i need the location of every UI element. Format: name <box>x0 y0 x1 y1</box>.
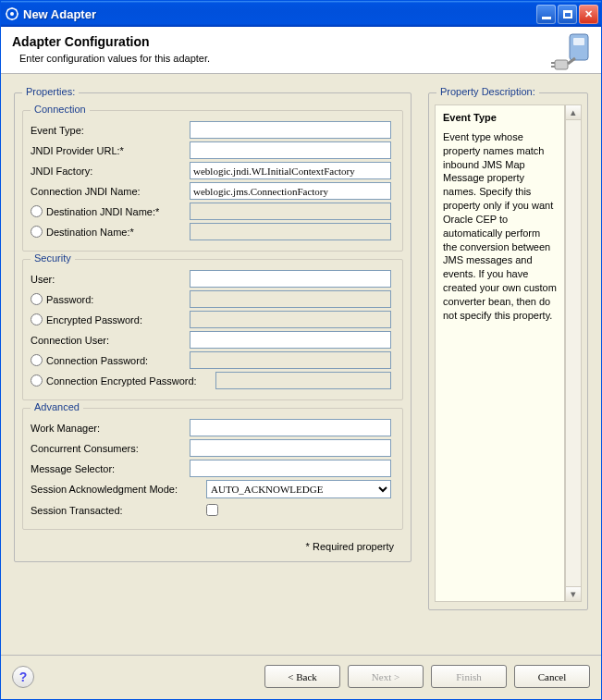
close-button[interactable] <box>579 5 598 24</box>
new-adapter-window: New Adapter Adapter Configuration Enter … <box>0 0 602 700</box>
page-subtitle: Enter configuration values for this adap… <box>19 53 590 64</box>
event-type-label: Event Type: <box>31 125 190 136</box>
session-transacted-checkbox[interactable] <box>206 504 218 516</box>
message-selector-input[interactable] <box>190 460 391 477</box>
security-legend: Security <box>31 252 75 264</box>
connection-password-input <box>190 351 391 369</box>
encrypted-password-input <box>190 311 391 328</box>
session-ack-mode-label: Session Acknowledgment Mode: <box>31 484 206 495</box>
property-description-group: Property Description: Event Type Event t… <box>428 92 588 610</box>
work-manager-input[interactable] <box>190 419 391 436</box>
finish-button: Finish <box>431 665 507 688</box>
titlebar: New Adapter <box>1 1 601 27</box>
scroll-track[interactable] <box>566 120 581 586</box>
scroll-up-icon[interactable]: ▴ <box>566 105 581 120</box>
svg-rect-6 <box>551 62 555 64</box>
password-radio[interactable] <box>31 293 43 305</box>
next-button: Next > <box>348 665 424 688</box>
svg-rect-7 <box>551 66 555 68</box>
wizard-footer: ? < Back Next > Finish Cancel <box>1 655 601 699</box>
encrypted-password-radio[interactable] <box>31 313 43 325</box>
properties-group: Properties: Connection Event Type: JNDI … <box>14 92 412 562</box>
page-title: Adapter Configuration <box>12 34 590 49</box>
adapter-icon <box>549 32 594 77</box>
concurrent-consumers-input[interactable] <box>190 439 391 457</box>
connection-user-label: Connection User: <box>31 335 190 346</box>
connection-encrypted-password-input <box>215 372 391 389</box>
property-description-panel: Event Type Event type whose property nam… <box>435 104 565 602</box>
connection-group: Connection Event Type: JNDI Provider URL… <box>22 110 403 252</box>
minimize-button[interactable] <box>536 5 556 24</box>
connection-legend: Connection <box>31 104 90 115</box>
destination-jndi-name-radio[interactable] <box>31 205 43 217</box>
back-button[interactable]: < Back <box>264 665 340 688</box>
connection-password-label: Connection Password: <box>46 355 148 366</box>
properties-legend: Properties: <box>22 86 79 97</box>
property-description-title: Event Type <box>443 111 557 125</box>
required-note: * Required property <box>22 535 403 554</box>
encrypted-password-label: Encrypted Password: <box>46 314 142 325</box>
connection-encrypted-password-radio[interactable] <box>31 375 43 387</box>
cancel-button[interactable]: Cancel <box>514 665 590 688</box>
app-icon <box>5 6 19 21</box>
user-label: User: <box>31 274 190 285</box>
maximize-button[interactable] <box>558 5 577 24</box>
advanced-legend: Advanced <box>31 401 83 412</box>
session-ack-mode-select[interactable]: AUTO_ACKNOWLEDGE <box>206 480 391 498</box>
destination-name-radio[interactable] <box>31 226 43 238</box>
connection-encrypted-password-label: Connection Encrypted Password: <box>46 375 197 387</box>
work-manager-label: Work Manager: <box>31 423 190 434</box>
jndi-factory-label: JNDI Factory: <box>31 166 190 177</box>
advanced-group: Advanced Work Manager: Concurrent Consum… <box>22 408 403 530</box>
password-label: Password: <box>46 294 93 305</box>
connection-jndi-name-label: Connection JNDI Name: <box>31 186 190 197</box>
security-group: Security User: Password: <box>22 259 403 400</box>
scroll-down-icon[interactable]: ▾ <box>566 586 581 601</box>
svg-rect-3 <box>573 38 584 45</box>
svg-point-1 <box>10 12 14 16</box>
concurrent-consumers-label: Concurrent Consumers: <box>31 443 190 454</box>
user-input[interactable] <box>190 270 391 288</box>
help-icon[interactable]: ? <box>12 666 34 688</box>
destination-name-label: Destination Name:* <box>46 227 134 238</box>
jndi-provider-url-input[interactable] <box>190 141 391 159</box>
event-type-input[interactable] <box>190 121 391 139</box>
destination-jndi-name-label: Destination JNDI Name:* <box>46 206 159 217</box>
connection-user-input[interactable] <box>190 331 391 349</box>
destination-name-input <box>190 223 391 240</box>
wizard-header: Adapter Configuration Enter configuratio… <box>1 27 601 74</box>
destination-jndi-name-input <box>190 203 391 220</box>
svg-rect-4 <box>555 60 568 69</box>
jndi-factory-input[interactable] <box>190 162 391 179</box>
connection-password-radio[interactable] <box>31 354 43 366</box>
property-description-legend: Property Description: <box>436 86 539 97</box>
jndi-provider-url-label: JNDI Provider URL:* <box>31 145 190 156</box>
message-selector-label: Message Selector: <box>31 463 190 474</box>
password-input <box>190 290 391 308</box>
description-scrollbar[interactable]: ▴ ▾ <box>565 104 582 602</box>
session-transacted-label: Session Transacted: <box>31 505 206 516</box>
window-title: New Adapter <box>23 7 536 21</box>
property-description-body: Event type whose property names match in… <box>443 130 557 323</box>
connection-jndi-name-input[interactable] <box>190 182 391 200</box>
